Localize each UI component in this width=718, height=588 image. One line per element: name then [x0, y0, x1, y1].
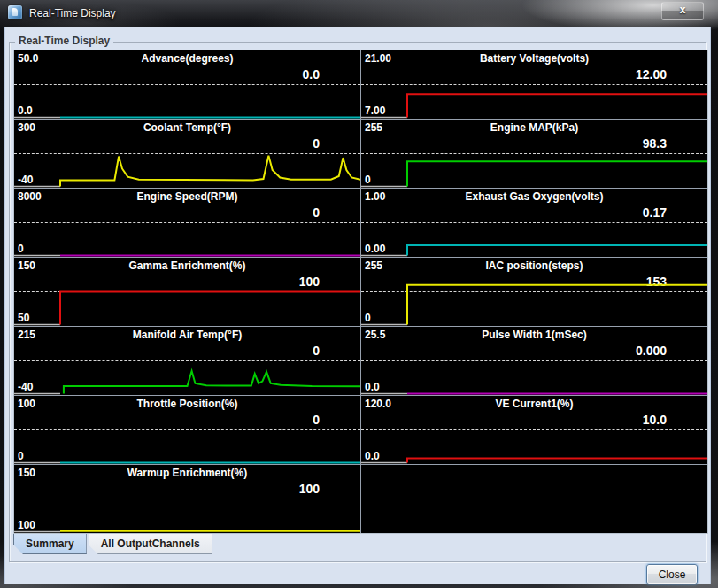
- chart-cell-exhaust-gas-oxygen: 1.00Exhaust Gas Oxygen(volts)0.170.00: [361, 189, 707, 257]
- groupbox-title: Real-Time Display: [15, 35, 113, 47]
- close-button[interactable]: Close: [646, 564, 698, 584]
- chart-trace: [361, 189, 707, 257]
- chart-cell-empty: [361, 465, 707, 533]
- chart-trace: [14, 50, 360, 119]
- chart-cell-iac-position: 255IAC position(steps)1530: [361, 258, 707, 326]
- chart-trace: [14, 327, 360, 395]
- realtime-display-groupbox: Real-Time Display 50.0Advance(degrees)0.…: [9, 42, 706, 562]
- chart-trace: [361, 258, 707, 326]
- chart-grid: 50.0Advance(degrees)0.00.021.00Battery V…: [13, 50, 708, 534]
- app-icon: [8, 5, 22, 19]
- chart-trace: [14, 396, 360, 464]
- chart-cell-throttle-position: 100Throttle Position(%)00: [14, 396, 360, 464]
- chart-cell-advance: 50.0Advance(degrees)0.00.0: [14, 50, 360, 119]
- chart-cell-warmup-enrichment: 150Warmup Enrichment(%)100100: [14, 465, 360, 533]
- tab-bar: SummaryAll OutputChannels: [13, 534, 212, 555]
- chart-trace: [361, 327, 707, 395]
- chart-trace: [14, 465, 360, 533]
- chart-cell-pulse-width-1: 25.5Pulse Width 1(mSec)0.0000.0: [361, 327, 707, 395]
- window-title: Real-Time Display: [29, 7, 116, 19]
- chart-trace: [361, 396, 707, 464]
- chart-trace: [14, 189, 360, 257]
- chart-cell-engine-map: 255Engine MAP(kPa)98.30: [361, 120, 707, 188]
- chart-cell-gamma-enrichment: 150Gamma Enrichment(%)10050: [14, 258, 360, 326]
- chart-cell-manifold-air-temp: 215Manifold Air Temp(°F)0-40: [14, 327, 360, 395]
- chart-trace: [14, 120, 360, 188]
- titlebar: Real-Time Display x: [0, 0, 718, 27]
- chart-cell-ve-current1: 120.0VE Current1(%)10.00.0: [361, 396, 707, 464]
- window-close-icon[interactable]: x: [661, 2, 704, 20]
- chart-trace: [361, 120, 707, 188]
- content-panel: Real-Time Display 50.0Advance(degrees)0.…: [4, 27, 711, 584]
- tab-summary[interactable]: Summary: [13, 534, 87, 554]
- chart-trace: [361, 50, 707, 119]
- chart-cell-coolant-temp: 300Coolant Temp(°F)0-40: [14, 120, 360, 188]
- tab-all-outputchannels[interactable]: All OutputChannels: [89, 534, 212, 554]
- chart-cell-battery-voltage: 21.00Battery Voltage(volts)12.007.00: [361, 50, 707, 119]
- chart-trace: [14, 258, 360, 326]
- chart-cell-engine-speed: 8000Engine Speed(RPM)00: [14, 189, 360, 257]
